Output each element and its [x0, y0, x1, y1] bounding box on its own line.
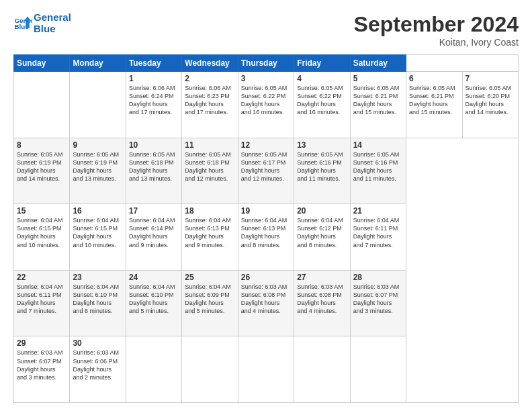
calendar-week-2: 8Sunrise: 6:05 AMSunset: 6:19 PMDaylight…	[14, 138, 519, 204]
calendar-day-1: 1Sunrise: 6:06 AMSunset: 6:24 PMDaylight…	[126, 72, 181, 138]
calendar-day-29: 29Sunrise: 6:03 AMSunset: 6:07 PMDayligh…	[14, 336, 70, 403]
page: General Blue General Blue September 2024…	[0, 0, 532, 411]
day-header-friday: Friday	[294, 55, 350, 72]
calendar-day-21: 21Sunrise: 6:04 AMSunset: 6:11 PMDayligh…	[350, 204, 406, 271]
calendar-day-5: 5Sunrise: 6:05 AMSunset: 6:21 PMDaylight…	[350, 72, 406, 138]
calendar-day-2: 2Sunrise: 6:06 AMSunset: 6:23 PMDaylight…	[182, 72, 238, 138]
empty-cell	[238, 336, 294, 403]
calendar-day-23: 23Sunrise: 6:04 AMSunset: 6:10 PMDayligh…	[70, 270, 126, 336]
calendar-day-27: 27Sunrise: 6:03 AMSunset: 6:08 PMDayligh…	[294, 270, 350, 336]
calendar-day-17: 17Sunrise: 6:04 AMSunset: 6:14 PMDayligh…	[126, 204, 181, 271]
calendar-day-22: 22Sunrise: 6:04 AMSunset: 6:11 PMDayligh…	[14, 270, 70, 336]
calendar-week-4: 22Sunrise: 6:04 AMSunset: 6:11 PMDayligh…	[14, 270, 519, 336]
calendar-day-9: 9Sunrise: 6:05 AMSunset: 6:19 PMDaylight…	[70, 138, 126, 204]
logo: General Blue General Blue	[13, 12, 71, 34]
empty-cell	[70, 72, 126, 138]
day-header-tuesday: Tuesday	[126, 55, 181, 72]
location: Koitan, Ivory Coast	[354, 37, 519, 48]
calendar-day-25: 25Sunrise: 6:04 AMSunset: 6:09 PMDayligh…	[182, 270, 238, 336]
day-header-thursday: Thursday	[238, 55, 294, 72]
calendar-day-4: 4Sunrise: 6:05 AMSunset: 6:22 PMDaylight…	[294, 72, 350, 138]
calendar-day-15: 15Sunrise: 6:04 AMSunset: 6:15 PMDayligh…	[14, 204, 70, 271]
calendar-week-1: 1Sunrise: 6:06 AMSunset: 6:24 PMDaylight…	[14, 72, 519, 138]
calendar-day-7: 7Sunrise: 6:05 AMSunset: 6:20 PMDaylight…	[462, 72, 519, 138]
calendar-day-30: 30Sunrise: 6:03 AMSunset: 6:06 PMDayligh…	[70, 336, 126, 403]
day-header-monday: Monday	[70, 55, 126, 72]
empty-cell	[14, 72, 70, 138]
calendar-day-10: 10Sunrise: 6:05 AMSunset: 6:18 PMDayligh…	[126, 138, 181, 204]
calendar-day-16: 16Sunrise: 6:04 AMSunset: 6:15 PMDayligh…	[70, 204, 126, 271]
calendar-day-12: 12Sunrise: 6:05 AMSunset: 6:17 PMDayligh…	[238, 138, 294, 204]
logo-icon: General Blue	[13, 14, 32, 33]
title-block: September 2024 Koitan, Ivory Coast	[354, 12, 519, 48]
empty-cell	[126, 336, 181, 403]
calendar-day-18: 18Sunrise: 6:04 AMSunset: 6:13 PMDayligh…	[182, 204, 238, 271]
day-header-wednesday: Wednesday	[182, 55, 238, 72]
calendar-day-19: 19Sunrise: 6:04 AMSunset: 6:13 PMDayligh…	[238, 204, 294, 271]
logo-line2: Blue	[34, 24, 71, 35]
day-header-sunday: Sunday	[14, 55, 70, 72]
calendar-day-6: 6Sunrise: 6:05 AMSunset: 6:21 PMDaylight…	[406, 72, 462, 138]
calendar-day-20: 20Sunrise: 6:04 AMSunset: 6:12 PMDayligh…	[294, 204, 350, 271]
empty-cell	[294, 336, 350, 403]
empty-cell	[182, 336, 238, 403]
calendar-table: SundayMondayTuesdayWednesdayThursdayFrid…	[13, 54, 519, 403]
calendar-day-24: 24Sunrise: 6:04 AMSunset: 6:10 PMDayligh…	[126, 270, 181, 336]
month-title: September 2024	[354, 12, 519, 37]
empty-cell	[350, 336, 406, 403]
calendar-week-3: 15Sunrise: 6:04 AMSunset: 6:15 PMDayligh…	[14, 204, 519, 271]
calendar-day-3: 3Sunrise: 6:05 AMSunset: 6:22 PMDaylight…	[238, 72, 294, 138]
header: General Blue General Blue September 2024…	[13, 12, 519, 48]
calendar-day-8: 8Sunrise: 6:05 AMSunset: 6:19 PMDaylight…	[14, 138, 70, 204]
calendar-header-row: SundayMondayTuesdayWednesdayThursdayFrid…	[14, 55, 519, 72]
calendar-day-11: 11Sunrise: 6:05 AMSunset: 6:18 PMDayligh…	[182, 138, 238, 204]
calendar-week-5: 29Sunrise: 6:03 AMSunset: 6:07 PMDayligh…	[14, 336, 519, 403]
day-header-saturday: Saturday	[350, 55, 406, 72]
calendar-day-28: 28Sunrise: 6:03 AMSunset: 6:07 PMDayligh…	[350, 270, 406, 336]
calendar-day-13: 13Sunrise: 6:05 AMSunset: 6:16 PMDayligh…	[294, 138, 350, 204]
calendar-day-14: 14Sunrise: 6:05 AMSunset: 6:16 PMDayligh…	[350, 138, 406, 204]
calendar-day-26: 26Sunrise: 6:03 AMSunset: 6:08 PMDayligh…	[238, 270, 294, 336]
logo-line1: General	[34, 12, 71, 24]
